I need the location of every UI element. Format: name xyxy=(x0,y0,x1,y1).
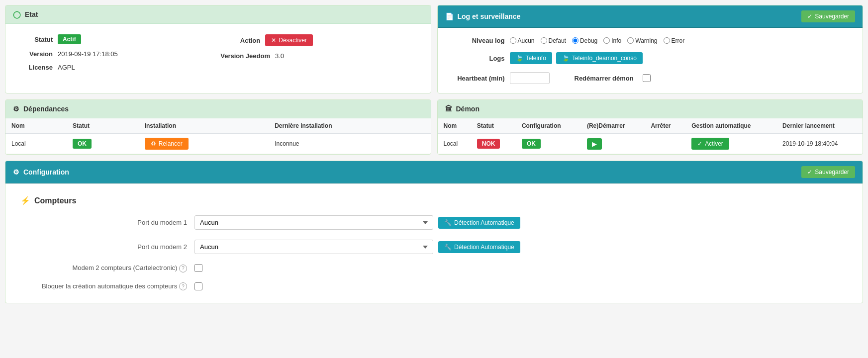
configuration-title: Configuration xyxy=(23,168,69,176)
radio-debug[interactable]: Debug xyxy=(572,37,597,44)
dep-nom: Local xyxy=(5,134,67,154)
table-row: Local NOK OK ▶ ✓ xyxy=(438,134,863,154)
demon-col-redemarrer: (Re)Démarrer xyxy=(581,118,645,134)
redemarrer-demon-button[interactable]: ▶ xyxy=(587,138,602,150)
niveau-log-label: Niveau log xyxy=(445,37,505,44)
dep-derniere: Inconnue xyxy=(269,134,430,154)
log-save-button[interactable]: ✓ Sauvegarder xyxy=(801,10,855,22)
radio-info[interactable]: Info xyxy=(603,37,621,44)
modem2-help-icon[interactable]: ? xyxy=(179,265,187,272)
redemarrer-checkbox[interactable] xyxy=(643,74,651,82)
radio-error[interactable]: Error xyxy=(664,37,685,44)
configuration-header: ⚙ Configuration ✓ Sauvegarder xyxy=(5,161,863,183)
wrench-icon-2: 🔧 xyxy=(444,244,452,251)
leaf-icon-2: 🍃 xyxy=(562,55,570,62)
demon-header: 🏛 Démon xyxy=(438,100,863,118)
demon-panel: 🏛 Démon Nom Statut Configuration (Re)Dém… xyxy=(437,99,864,155)
port-modem1-label: Port du modem 1 xyxy=(13,219,187,226)
modem2-row: Modem 2 compteurs (Cartelectronic) ? xyxy=(13,259,855,277)
statut-label: Statut xyxy=(13,36,53,43)
port-modem2-label: Port du modem 2 xyxy=(13,243,187,251)
wrench-icon: 🔧 xyxy=(444,219,452,226)
bloquer-row: Bloquer la création automatique des comp… xyxy=(13,277,855,296)
demon-col-arreter: Arrêter xyxy=(645,118,685,134)
recycle-icon: ♻ xyxy=(151,140,156,147)
activer-button[interactable]: ✓ Activer xyxy=(691,138,729,150)
demon-col-config: Configuration xyxy=(516,118,581,134)
demon-title: Démon xyxy=(456,105,480,113)
demon-table-container: Nom Statut Configuration (Re)Démarrer Ar… xyxy=(438,118,863,154)
desactiver-button[interactable]: ✕ Désactiver xyxy=(265,34,313,46)
teleinfo-deamon-log-button[interactable]: 🍃 Teleinfo_deamon_conso xyxy=(556,52,643,64)
niveau-log-radio-group: Aucun Defaut Debug Info Warning xyxy=(510,37,685,44)
check-icon: ✓ xyxy=(807,13,812,20)
teleinfo-log-button[interactable]: 🍃 Teleinfo xyxy=(510,52,552,64)
column-icon: 🏛 xyxy=(445,105,452,113)
logs-label: Logs xyxy=(445,55,505,62)
version-jeedom-value: 3.0 xyxy=(275,52,284,60)
configuration-panel: ⚙ Configuration ✓ Sauvegarder ⚡ Compteur… xyxy=(5,161,863,303)
compteurs-title: ⚡ Compteurs xyxy=(13,191,855,210)
bloquer-checkbox[interactable] xyxy=(194,282,202,290)
demon-redemarrer: ▶ xyxy=(581,134,645,154)
file-icon: 📄 xyxy=(445,12,454,20)
demon-dernier-lancement: 2019-10-19 18:40:04 xyxy=(776,134,863,154)
detection-auto-1-button[interactable]: 🔧 Détection Automatique xyxy=(438,217,520,229)
bloquer-help-icon[interactable]: ? xyxy=(179,282,187,290)
demon-config: OK xyxy=(516,134,581,154)
demon-arreter xyxy=(645,134,685,154)
check-icon-2: ✓ xyxy=(697,140,702,147)
modem2-checkbox[interactable] xyxy=(194,264,202,272)
demon-statut: NOK xyxy=(471,134,516,154)
version-jeedom-label: Version Jeedom xyxy=(220,52,270,60)
version-value: 2019-09-19 17:18:05 xyxy=(58,50,118,58)
radio-aucun[interactable]: Aucun xyxy=(510,37,535,44)
log-panel: 📄 Log et surveillance ✓ Sauvegarder Nive… xyxy=(437,5,864,93)
x-icon: ✕ xyxy=(271,37,276,44)
dep-statut-badge: OK xyxy=(73,139,92,149)
demon-col-gestion: Gestion automatique xyxy=(685,118,776,134)
log-title: Log et surveillance xyxy=(458,12,521,20)
port-modem2-row: Port du modem 2 Aucun 🔧 Détection Automa… xyxy=(13,235,855,259)
check-icon-3: ✓ xyxy=(807,169,812,176)
etat-title: Etat xyxy=(25,10,38,18)
port-modem1-row: Port du modem 1 Aucun 🔧 Détection Automa… xyxy=(13,210,855,235)
dep-col-derniere: Dernière installation xyxy=(269,118,430,134)
heartbeat-input[interactable] xyxy=(510,72,550,84)
dependances-header: ⚙ Dépendances xyxy=(5,100,431,118)
dep-col-nom: Nom xyxy=(5,118,67,134)
redemarrer-label: Redémarrer démon xyxy=(575,75,634,82)
demon-col-nom: Nom xyxy=(438,118,471,134)
relancer-button[interactable]: ♻ Relancer xyxy=(145,138,189,150)
port-modem1-select[interactable]: Aucun xyxy=(194,215,433,230)
radio-warning[interactable]: Warning xyxy=(627,37,657,44)
leaf-icon: 🍃 xyxy=(516,55,523,62)
dep-statut: OK xyxy=(67,134,139,154)
demon-gestion: ✓ Activer xyxy=(685,134,776,154)
demon-config-badge: OK xyxy=(522,139,541,149)
dep-col-statut: Statut xyxy=(67,118,139,134)
license-value: AGPL xyxy=(58,64,75,71)
table-row: Local OK ♻ Relancer Inconnue xyxy=(5,134,431,154)
radio-defaut[interactable]: Defaut xyxy=(541,37,566,44)
detection-auto-2-button[interactable]: 🔧 Détection Automatique xyxy=(438,241,520,253)
etat-panel: ◯ Etat Statut Actif Version 2019-09-19 1… xyxy=(5,5,431,93)
modem2-label: Modem 2 compteurs (Cartelectronic) ? xyxy=(13,264,187,272)
dependances-table-container: Nom Statut Installation Dernière install… xyxy=(5,118,431,154)
dep-installation: ♻ Relancer xyxy=(139,134,269,154)
license-label: License xyxy=(13,64,53,71)
action-label: Action xyxy=(220,37,260,44)
port-modem2-select[interactable]: Aucun xyxy=(194,240,433,254)
statut-badge: Actif xyxy=(58,34,81,44)
demon-table: Nom Statut Configuration (Re)Démarrer Ar… xyxy=(438,118,863,154)
demon-statut-badge: NOK xyxy=(477,139,500,149)
demon-col-dernier: Dernier lancement xyxy=(776,118,863,134)
demon-nom: Local xyxy=(438,134,471,154)
config-save-button[interactable]: ✓ Sauvegarder xyxy=(801,166,855,178)
demon-col-statut: Statut xyxy=(471,118,516,134)
dependances-panel: ⚙ Dépendances Nom Statut Installation De… xyxy=(5,99,431,155)
cog-icon: ⚙ xyxy=(13,105,19,113)
dependances-table: Nom Statut Installation Dernière install… xyxy=(5,118,431,154)
circle-check-icon: ◯ xyxy=(13,10,21,18)
dep-col-installation: Installation xyxy=(139,118,269,134)
